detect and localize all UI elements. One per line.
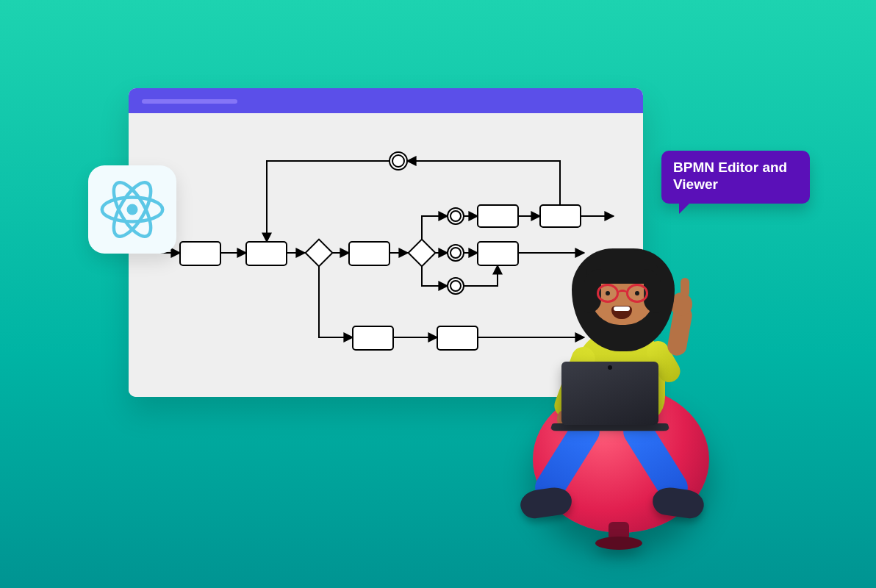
bpmn-intermediate-event-inner: [450, 248, 461, 258]
bpmn-gateway: [409, 240, 436, 267]
speech-bubble: BPMN Editor and Viewer: [661, 151, 810, 204]
laptop-camera-icon: [608, 365, 612, 370]
bpmn-task: [180, 242, 220, 265]
bpmn-task: [437, 326, 478, 350]
bpmn-gateway: [306, 240, 333, 267]
bpmn-task: [246, 242, 287, 265]
character-illustration: [507, 235, 728, 544]
bpmn-intermediate-event-inner: [392, 155, 404, 167]
svg-point-16: [127, 204, 138, 215]
react-logo-badge: [88, 165, 176, 254]
laptop-screen: [561, 362, 658, 425]
chair-foot: [595, 537, 642, 550]
window-titlebar: [129, 88, 643, 113]
eye: [606, 291, 610, 295]
bpmn-task: [540, 205, 581, 227]
react-logo-icon: [99, 176, 165, 243]
finger-pointing-icon: [681, 278, 689, 297]
bpmn-intermediate-event-inner: [450, 211, 461, 221]
bpmn-task: [478, 205, 518, 227]
glasses-icon: [597, 284, 648, 303]
illustration-stage: BPMN Editor and Viewer: [0, 0, 876, 588]
bpmn-task: [349, 242, 389, 265]
bpmn-intermediate-event-inner: [450, 281, 461, 291]
eye: [635, 291, 639, 295]
speech-bubble-text: BPMN Editor and Viewer: [673, 159, 787, 192]
teeth: [614, 306, 630, 311]
glasses-bridge: [617, 290, 628, 296]
bpmn-task: [353, 326, 393, 350]
titlebar-accent: [142, 99, 237, 104]
